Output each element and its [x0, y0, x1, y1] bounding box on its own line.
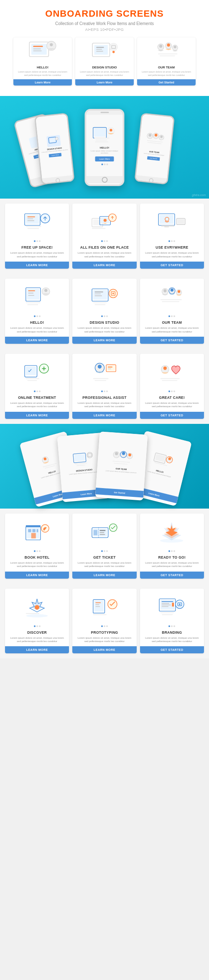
team2-icon-area — [143, 284, 201, 313]
phone-center: HELLO! Lorem ipsum dolore sit amet trist… — [85, 109, 125, 186]
free-space-dots — [34, 240, 41, 242]
card-treatment: ONLINE TREATMENT Lorem ipsum dolore sit … — [5, 354, 69, 419]
care-icon — [157, 361, 186, 386]
ready-btn[interactable]: Get Started — [140, 572, 204, 579]
team2-title: OUR TEAM — [162, 320, 182, 325]
header-card-1-btn[interactable]: Learn More — [13, 79, 72, 86]
everywhere-title: USE EVRYWHERE — [155, 245, 188, 249]
svg-rect-88 — [161, 299, 182, 300]
svg-rect-103 — [93, 378, 109, 379]
header-card-3-text: Lorem ipsum dolore sit amet, tristique u… — [140, 71, 193, 77]
everywhere-btn[interactable]: Get Started — [140, 262, 204, 269]
discover-text: Lorem ipsum dolore sit amet, tristique u… — [8, 636, 66, 643]
hotel-btn[interactable]: Learn More — [5, 572, 69, 579]
free-space-icon — [23, 211, 52, 236]
header-card-2-title: DESIGN STUDIO — [92, 66, 117, 69]
svg-rect-161 — [162, 601, 173, 602]
header-card-2-btn[interactable]: Learn More — [75, 79, 134, 86]
design2-icon-area — [76, 284, 133, 313]
treatment-btn[interactable]: Learn More — [5, 412, 69, 419]
care-title: GREAT CARE! — [159, 396, 185, 400]
hello2-btn[interactable]: Learn More — [5, 337, 69, 344]
svg-rect-74 — [94, 292, 103, 292]
care-btn[interactable]: Get Started — [140, 412, 204, 419]
hello2-icon — [23, 286, 52, 311]
card-hotel: BOOK HOTEL Lorem ipsum dolore sit amet, … — [5, 514, 69, 579]
svg-point-150 — [35, 605, 39, 610]
svg-rect-135 — [32, 529, 35, 532]
treatment-title: ONLINE TREATMENT — [18, 396, 56, 400]
section-3: FREE UP SPACE! Lorem ipsum dolore sit am… — [0, 199, 209, 274]
ticket-btn[interactable]: Learn More — [72, 572, 136, 579]
design2-icon — [90, 286, 119, 311]
svg-rect-125 — [112, 461, 130, 463]
svg-rect-169 — [161, 612, 174, 613]
svg-rect-136 — [36, 529, 38, 532]
team2-text: Lorem ipsum dolore sit amet, tristique u… — [143, 326, 201, 333]
ticket-title: GET TICKET — [93, 555, 116, 559]
hotel-icon — [23, 521, 52, 546]
svg-point-53 — [104, 219, 107, 222]
svg-rect-101 — [108, 367, 112, 368]
watermark: gfxtra.com — [192, 194, 206, 197]
header-section: ONBOARDING SCREENS Collection of Creativ… — [0, 0, 209, 96]
svg-rect-30 — [94, 138, 109, 139]
card-care: GREAT CARE! Lorem ipsum dolore sit amet,… — [140, 354, 204, 419]
svg-rect-126 — [113, 463, 127, 464]
svg-point-149 — [26, 614, 48, 617]
header-card-1: HELLO! Lorem ipsum dolore sit amet, tris… — [13, 38, 72, 86]
svg-rect-155 — [95, 604, 99, 605]
title-highlight: ONBOARDING — [45, 8, 113, 19]
free-space-btn[interactable]: Learn More — [5, 262, 69, 269]
everywhere-text: Lorem ipsum dolore sit amet, tristique u… — [143, 251, 201, 258]
hello2-icon-area — [8, 284, 66, 313]
svg-point-106 — [163, 366, 167, 370]
svg-point-18 — [167, 43, 170, 46]
angled-section: HELLO! Lorem ipsum dolore sit amet trist… — [0, 424, 209, 509]
header-card-1-text: Lorem ipsum dolore sit amet, tristique u… — [16, 71, 69, 77]
section-7: BOOK HOTEL Lorem ipsum dolore sit amet, … — [0, 509, 209, 584]
use-everywhere-icon-area — [143, 209, 201, 238]
svg-rect-100 — [107, 365, 115, 371]
all-files-btn[interactable]: Learn More — [72, 262, 136, 269]
proto-btn[interactable]: Learn More — [72, 646, 136, 653]
hello2-text: Lorem ipsum dolore sit amet, tristique u… — [8, 326, 66, 333]
hotel-text: Lorem ipsum dolore sit amet, tristique u… — [8, 561, 66, 568]
discover-btn[interactable]: Learn More — [5, 646, 69, 653]
svg-rect-69 — [28, 295, 34, 296]
design-icon — [89, 40, 120, 65]
team2-btn[interactable]: Get Started — [140, 337, 204, 344]
svg-rect-75 — [94, 294, 101, 295]
svg-rect-73 — [93, 290, 107, 300]
section-4: HELLO! Lorem ipsum dolore sit amet, tris… — [0, 274, 209, 349]
brand-btn[interactable]: Get Started — [140, 646, 204, 653]
brand-dots — [168, 625, 175, 627]
cards-grid-5: ONLINE TREATMENT Lorem ipsum dolore sit … — [5, 354, 204, 419]
svg-rect-43 — [27, 217, 35, 217]
everywhere-dots — [168, 240, 175, 242]
svg-point-29 — [110, 129, 112, 131]
svg-rect-95 — [25, 378, 39, 379]
svg-rect-107 — [161, 378, 180, 379]
assist-btn[interactable]: Learn More — [72, 412, 136, 419]
discover-title: DISCOVER — [27, 630, 47, 635]
svg-point-3 — [50, 43, 53, 46]
svg-rect-6 — [33, 50, 41, 51]
svg-rect-58 — [161, 225, 174, 227]
svg-rect-12 — [96, 47, 104, 48]
all-files-icon — [90, 211, 119, 236]
header-card-3-btn[interactable]: Get Started — [137, 79, 196, 86]
svg-rect-114 — [74, 454, 85, 461]
svg-rect-104 — [94, 380, 106, 381]
card-all-files: ALL FILES ON ONE PLACE Lorem ipsum dolor… — [72, 204, 136, 269]
section-5: ONLINE TREATMENT Lorem ipsum dolore sit … — [0, 349, 209, 424]
section-8: DISCOVER Lorem ipsum dolore sit amet, tr… — [0, 584, 209, 659]
ready-icon-area — [143, 519, 201, 548]
design2-btn[interactable]: Learn More — [72, 337, 136, 344]
treatment-icon-area — [8, 359, 66, 388]
svg-rect-44 — [27, 219, 33, 219]
svg-rect-151 — [25, 613, 39, 614]
brand-icon — [157, 596, 186, 621]
discover-icon-area — [8, 594, 66, 623]
svg-rect-21 — [158, 53, 177, 54]
